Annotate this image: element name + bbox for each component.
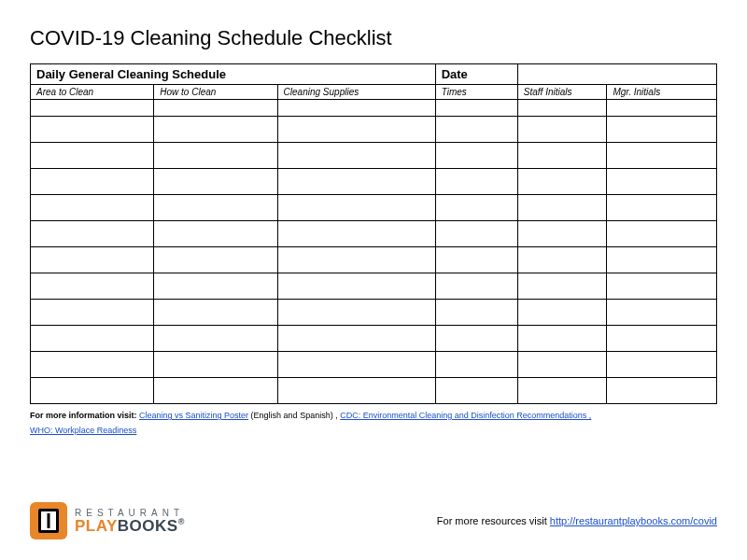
table-cell [435,247,517,273]
table-cell [277,247,435,273]
table-cell [435,117,517,143]
col-area: Area to Clean [31,85,154,100]
table-cell [435,326,517,352]
footer: RESTAURANT PLAYBOOKS® For more resources… [30,502,717,539]
table-cell [435,169,517,195]
table-cell [517,247,607,273]
table-cell [607,221,717,247]
col-supplies: Cleaning Supplies [277,85,435,100]
table-cell [607,143,717,169]
table-cell [517,378,607,404]
table-cell [607,300,717,326]
table-cell [607,117,717,143]
table-row [31,326,717,352]
table-cell [517,221,607,247]
table-cell [31,221,154,247]
table-cell [154,221,277,247]
col-how: How to Clean [154,85,277,100]
table-cell [607,100,717,117]
table-cell [154,326,277,352]
table-cell [517,143,607,169]
footer-text: For more resources visit http://restaura… [437,515,717,526]
info-link1-suffix: (English and Spanish) , [248,411,340,420]
table-cell [435,273,517,300]
table-row [31,195,717,221]
table-cell [31,378,154,404]
table-cell [277,300,435,326]
table-cell [277,378,435,404]
table-cell [154,100,277,117]
table-cell [154,378,277,404]
footer-prefix: For more resources visit [437,515,550,526]
table-row [31,117,717,143]
table-cell [517,300,607,326]
table-cell [277,100,435,117]
table-cell [435,100,517,117]
table-row [31,378,717,404]
table-cell [154,169,277,195]
logo: RESTAURANT PLAYBOOKS® [30,502,185,539]
info-prefix: For more information visit: [30,411,137,420]
header-date-value [517,64,716,85]
table-cell [277,195,435,221]
table-row [31,247,717,273]
logo-text: RESTAURANT PLAYBOOKS® [75,509,185,534]
table-cell [277,117,435,143]
table-cell [607,352,717,378]
table-cell [607,378,717,404]
table-cell [154,195,277,221]
table-cell [517,326,607,352]
table-column-header-row: Area to Clean How to Clean Cleaning Supp… [31,85,717,100]
table-row [31,221,717,247]
col-staff: Staff Initials [517,85,607,100]
table-cell [435,352,517,378]
table-cell [435,300,517,326]
table-cell [517,352,607,378]
table-row [31,100,717,117]
table-cell [277,326,435,352]
table-row [31,169,717,195]
link-who[interactable]: WHO: Workplace Readiness [30,426,136,435]
table-cell [435,378,517,404]
table-cell [435,143,517,169]
page-title: COVID-19 Cleaning Schedule Checklist [30,26,717,50]
table-cell [517,117,607,143]
table-cell [277,221,435,247]
table-cell [31,247,154,273]
info-links: For more information visit: Cleaning vs … [30,408,717,438]
table-cell [607,169,717,195]
table-cell [31,300,154,326]
table-cell [154,143,277,169]
table-cell [31,143,154,169]
table-cell [435,221,517,247]
table-cell [154,273,277,300]
header-schedule: Daily General Cleaning Schedule [31,64,436,85]
table-cell [31,169,154,195]
footer-link[interactable]: http://restaurantplaybooks.com/covid [550,515,717,526]
table-cell [277,273,435,300]
table-cell [31,195,154,221]
table-cell [154,117,277,143]
table-cell [607,273,717,300]
table-cell [517,273,607,300]
table-cell [517,195,607,221]
table-cell [31,117,154,143]
link-cleaning-sanitizing[interactable]: Cleaning vs Sanitizing Poster [139,411,248,420]
link-cdc[interactable]: CDC: Environmental Cleaning and Disinfec… [340,411,591,420]
table-cell [517,100,607,117]
table-cell [31,326,154,352]
table-cell [154,352,277,378]
col-mgr: Mgr. Initials [607,85,717,100]
header-date-label: Date [435,64,517,85]
logo-text-bottom: PLAYBOOKS® [75,518,185,534]
table-cell [607,326,717,352]
table-cell [31,352,154,378]
table-cell [277,169,435,195]
table-cell [31,100,154,117]
cleaning-schedule-table: Daily General Cleaning Schedule Date Are… [30,63,717,404]
table-cell [517,169,607,195]
table-cell [607,195,717,221]
table-cell [277,352,435,378]
table-row [31,352,717,378]
table-cell [154,300,277,326]
